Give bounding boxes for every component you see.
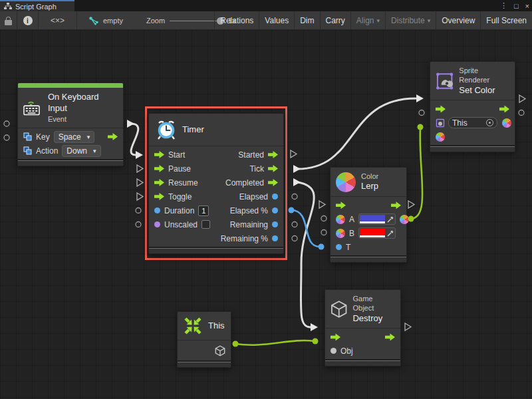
graph-status-label: empty xyxy=(103,17,123,25)
trigger-out-port[interactable] xyxy=(108,133,118,140)
color-a-field[interactable] xyxy=(358,213,396,225)
unscaled-label: Unscaled xyxy=(164,220,198,229)
elapsed-label: Elapsed xyxy=(239,192,268,201)
chevron-down-icon: ▾ xyxy=(377,17,380,24)
eyedropper-icon[interactable] xyxy=(387,229,394,237)
action-port-label: Action xyxy=(36,146,58,156)
action-dropdown[interactable]: Down ▾ xyxy=(62,145,100,157)
resume-label: Resume xyxy=(168,178,198,188)
key-port-label: Key xyxy=(36,132,50,142)
t-in-port[interactable] xyxy=(336,244,342,250)
chevron-down-icon: ▾ xyxy=(428,17,431,24)
unscaled-in-port[interactable] xyxy=(154,221,160,227)
window-controls: ⋮ □ × xyxy=(500,0,529,11)
color-out-port[interactable] xyxy=(400,215,409,224)
graph-reference[interactable]: empty xyxy=(89,11,123,30)
lerp-in-port[interactable] xyxy=(336,201,346,209)
sprite-renderer-icon xyxy=(436,118,445,128)
more-menu-icon[interactable]: ⋮ xyxy=(500,1,507,10)
relations-button[interactable]: Relations xyxy=(214,11,259,30)
color-in-port[interactable] xyxy=(436,132,445,142)
full-screen-button[interactable]: Full Screen xyxy=(480,11,532,30)
started-out-port[interactable] xyxy=(268,151,278,158)
completed-out-port[interactable] xyxy=(268,179,278,186)
resume-in-port[interactable] xyxy=(154,179,164,186)
destroy-out-port[interactable] xyxy=(385,333,395,340)
lerp-out-port[interactable] xyxy=(391,201,401,209)
carry-button[interactable]: Carry xyxy=(320,11,350,30)
info-button[interactable]: i xyxy=(17,11,39,30)
duration-input[interactable]: 1 xyxy=(198,205,209,216)
result-color-port[interactable] xyxy=(502,118,511,128)
toggle-in-port[interactable] xyxy=(154,193,164,200)
info-icon: i xyxy=(23,16,33,25)
keyboard-broadcast-icon xyxy=(23,99,43,116)
chevron-down-icon: ▾ xyxy=(93,148,96,154)
event-active-strip xyxy=(18,83,123,88)
dim-button[interactable]: Dim xyxy=(294,11,319,30)
duration-in-port[interactable] xyxy=(154,207,160,213)
set-color-out-port[interactable] xyxy=(499,105,509,112)
tick-out-port[interactable] xyxy=(268,165,278,172)
key-dropdown[interactable]: Space ▾ xyxy=(54,131,95,143)
node-category: Color xyxy=(361,172,378,181)
node-title: Timer xyxy=(182,124,204,136)
node-title: Lerp xyxy=(361,181,378,192)
obj-label: Obj xyxy=(340,346,353,356)
node-footer xyxy=(325,359,400,366)
values-button[interactable]: Values xyxy=(259,11,294,30)
pause-in-port[interactable] xyxy=(154,165,164,172)
align-button[interactable]: Align ▾ xyxy=(350,11,385,30)
eyedropper-icon[interactable] xyxy=(387,215,394,223)
lock-button[interactable] xyxy=(0,11,17,30)
node-category: Sprite Renderer xyxy=(459,66,509,85)
game-object-out-port[interactable] xyxy=(215,345,225,356)
toolbar-buttons: Relations Values Dim Carry Align ▾ Distr… xyxy=(214,11,532,30)
overview-button[interactable]: Overview xyxy=(436,11,480,30)
self-arrows-icon xyxy=(183,316,203,336)
node-this[interactable]: This xyxy=(177,311,231,368)
a-label: A xyxy=(349,215,354,224)
node-footer xyxy=(178,360,231,367)
node-timer[interactable]: Timer Start Started Pause Tick Resume Co… xyxy=(148,113,284,254)
window-blue-icon xyxy=(23,132,32,141)
distribute-button[interactable]: Distribute ▾ xyxy=(385,11,436,30)
toggle-label: Toggle xyxy=(168,192,192,201)
elapsed-out-port[interactable] xyxy=(272,194,278,200)
started-label: Started xyxy=(238,150,264,160)
destroy-in-port[interactable] xyxy=(331,333,340,340)
tab-script-graph[interactable]: Script Graph xyxy=(0,0,74,11)
tab-bar: Script Graph ⋮ □ × xyxy=(0,0,532,11)
target-icon[interactable] xyxy=(486,119,493,126)
graph-ref-icon xyxy=(89,17,99,25)
obj-in-port[interactable] xyxy=(331,348,336,354)
node-footer xyxy=(331,255,406,262)
t-label: T xyxy=(346,243,350,252)
node-set-color[interactable]: Sprite Renderer Set Color This xyxy=(430,61,515,152)
node-subtitle: Event xyxy=(48,114,118,124)
target-object-field[interactable]: This xyxy=(448,117,497,128)
remaining-out-port[interactable] xyxy=(272,221,278,227)
remaining-pct-label: Remaining % xyxy=(221,234,268,243)
zoom-slider-track[interactable] xyxy=(170,21,221,21)
node-destroy[interactable]: Game Object Destroy Obj xyxy=(325,289,401,366)
color-b-field[interactable] xyxy=(358,227,396,239)
code-icon: <×> xyxy=(51,16,65,25)
color-wheel-icon xyxy=(336,229,345,238)
close-icon[interactable]: × xyxy=(525,2,529,10)
remaining-pct-out-port[interactable] xyxy=(272,235,278,241)
elapsed-pct-out-port[interactable] xyxy=(272,207,278,213)
code-view-button[interactable]: <×> xyxy=(39,11,77,30)
graph-toolbar: i <×> empty Zoom 1x Relations Values Dim… xyxy=(0,11,532,30)
window-blue-icon xyxy=(23,146,32,155)
start-label: Start xyxy=(168,150,185,160)
node-color-lerp[interactable]: Color Lerp A xyxy=(330,167,407,263)
maximize-icon[interactable]: □ xyxy=(514,2,519,10)
node-footer xyxy=(149,247,283,253)
color-wheel-icon xyxy=(336,215,345,224)
start-in-port[interactable] xyxy=(154,151,164,158)
unity-script-graph-window: Script Graph ⋮ □ × i <×> empty Zoom xyxy=(0,0,532,399)
node-on-keyboard-input[interactable]: On Keyboard Input Event Key Space ▾ xyxy=(17,82,124,166)
unscaled-checkbox[interactable] xyxy=(201,220,210,229)
set-color-in-port[interactable] xyxy=(436,105,446,112)
